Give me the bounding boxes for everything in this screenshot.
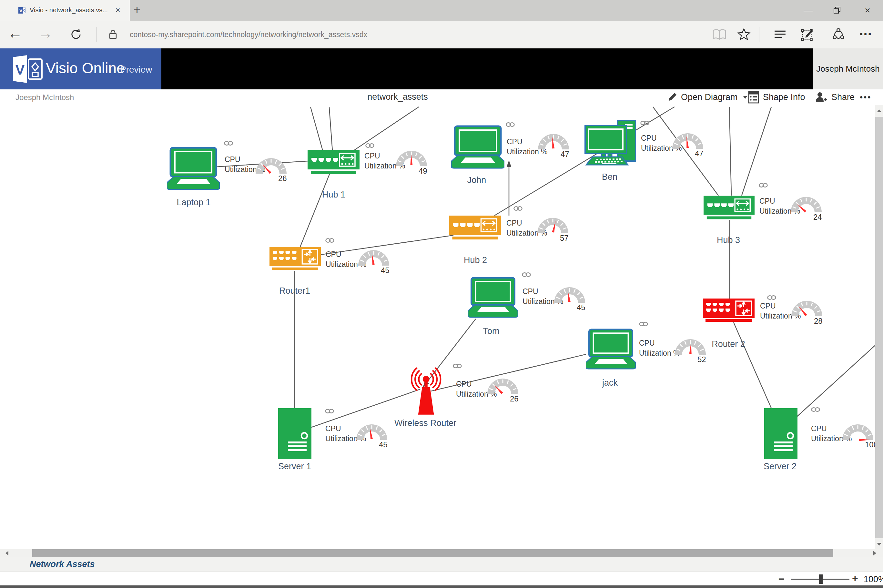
zoom-out-button[interactable]: − — [778, 573, 784, 585]
hyperlink-icon[interactable] — [506, 122, 515, 129]
cpu-gauge-server-2[interactable] — [842, 423, 874, 443]
page-tab-network-assets[interactable]: Network Assets — [30, 559, 95, 569]
hyperlink-icon[interactable] — [811, 407, 820, 413]
share-icon[interactable] — [832, 28, 845, 42]
browser-address-bar: ← → contoso-my.sharepoint.com/technology… — [0, 21, 883, 48]
node-label-router-1: Router1 — [253, 286, 337, 296]
node-label-hub-3: Hub 3 — [687, 235, 771, 245]
cpu-gauge-value: 45 — [379, 440, 402, 449]
hyperlink-icon[interactable] — [759, 183, 768, 189]
hyperlink-icon[interactable] — [325, 409, 334, 415]
cpu-gauge-router-1[interactable] — [358, 249, 390, 268]
document-toolbar: Joesph McIntosh network_assets Open Diag… — [0, 89, 883, 105]
horizontal-scrollbar-thumb[interactable] — [32, 549, 833, 557]
open-diagram-button[interactable]: Open Diagram — [667, 89, 747, 105]
hyperlink-icon[interactable] — [224, 141, 233, 147]
cpu-gauge-value: 47 — [561, 150, 583, 159]
forward-icon: → — [38, 24, 53, 42]
node-hub-1[interactable] — [307, 150, 360, 175]
url-text[interactable]: contoso-my.sharepoint.com/technology/net… — [130, 30, 367, 39]
add-person-icon — [815, 91, 828, 104]
scroll-down-icon[interactable] — [877, 543, 882, 548]
node-label-tom: Tom — [449, 326, 533, 336]
reading-view-icon — [712, 28, 727, 42]
favorites-star-icon[interactable] — [737, 28, 751, 43]
node-label-john: John — [435, 175, 519, 185]
node-tom[interactable] — [468, 276, 518, 320]
hyperlink-icon[interactable] — [453, 363, 462, 370]
vertical-scrollbar-thumb[interactable] — [875, 117, 883, 538]
share-button[interactable]: Share — [815, 89, 855, 105]
cpu-gauge-value: 100 — [865, 440, 875, 449]
window-close-button[interactable]: × — [857, 0, 878, 21]
zoom-in-button[interactable]: + — [852, 573, 858, 585]
app-title: Visio Online — [46, 59, 125, 77]
browser-tab-bar: V Visio - network_assets.vs... × + — × — [0, 0, 883, 21]
hyperlink-icon[interactable] — [640, 120, 649, 127]
node-hub-2[interactable] — [448, 216, 502, 241]
node-label-server-2: Server 2 — [738, 462, 822, 471]
refresh-icon[interactable] — [70, 28, 82, 42]
tab-close-icon[interactable]: × — [112, 5, 123, 15]
node-label-hub-1: Hub 1 — [292, 190, 376, 200]
scroll-right-icon[interactable] — [873, 551, 879, 555]
zoom-slider-thumb[interactable] — [819, 574, 823, 584]
hyperlink-icon[interactable] — [325, 238, 334, 244]
node-label-wireless-router: Wireless Router — [384, 418, 467, 428]
browser-tab[interactable]: V Visio - network_assets.vs... × — [0, 0, 130, 21]
shape-info-button[interactable]: Shape Info — [748, 89, 805, 105]
cpu-gauge-hub-3[interactable] — [790, 195, 822, 215]
cpu-gauge-wireless-router[interactable] — [487, 377, 519, 397]
hyperlink-icon[interactable] — [513, 206, 523, 212]
chevron-down-icon — [743, 96, 747, 99]
svg-text:V: V — [19, 8, 22, 13]
node-hub-3[interactable] — [703, 195, 754, 221]
visio-logo[interactable]: V Visio Online Preview — [0, 48, 161, 89]
node-router-2[interactable] — [703, 298, 754, 324]
node-label-ben: Ben — [568, 172, 652, 182]
node-router-1[interactable] — [270, 247, 321, 272]
window-minimize-button[interactable]: — — [798, 0, 819, 21]
cpu-gauge-tom[interactable] — [553, 286, 586, 306]
scroll-left-icon[interactable] — [3, 551, 8, 555]
back-icon[interactable]: ← — [8, 24, 22, 42]
shape-info-icon — [748, 91, 759, 104]
hyperlink-icon[interactable] — [639, 321, 648, 328]
settings-more-icon[interactable]: ••• — [860, 29, 873, 39]
cpu-gauge-laptop-1[interactable] — [255, 156, 287, 177]
cpu-gauge-hub-1[interactable] — [395, 149, 427, 169]
pencil-icon — [667, 92, 677, 102]
toolbar-more-icon[interactable]: ••• — [860, 92, 871, 102]
visio-logo-icon: V — [8, 54, 45, 84]
diagram-canvas[interactable]: Laptop 1CPUUtilization % 26 Hub 1CPUUtil… — [0, 105, 875, 549]
cpu-gauge-value: 52 — [697, 355, 720, 364]
cpu-gauge-ben[interactable] — [672, 132, 704, 152]
web-note-icon[interactable] — [801, 28, 814, 42]
author-name: Joesph McIntosh — [15, 93, 74, 102]
node-laptop-1[interactable] — [167, 147, 220, 191]
node-server-2[interactable] — [764, 408, 798, 460]
node-label-laptop-1: Laptop 1 — [152, 198, 235, 207]
node-wireless-router[interactable] — [408, 364, 445, 416]
cpu-gauge-value: 49 — [418, 166, 441, 176]
hyperlink-icon[interactable] — [767, 295, 776, 302]
hyperlink-icon[interactable] — [365, 143, 374, 149]
cpu-gauge-router-2[interactable] — [791, 299, 823, 319]
node-ben[interactable] — [584, 120, 636, 167]
window-restore-icon[interactable] — [827, 0, 847, 21]
hyperlink-icon[interactable] — [522, 272, 531, 279]
node-label-hub-2: Hub 2 — [433, 255, 517, 265]
signed-in-user[interactable]: Joseph McIntosh — [813, 48, 883, 89]
node-john[interactable] — [451, 125, 504, 170]
tab-title: Visio - network_assets.vs... — [30, 6, 108, 14]
new-tab-button[interactable]: + — [133, 3, 140, 17]
node-jack[interactable] — [586, 328, 636, 372]
hub-icon[interactable] — [774, 30, 786, 40]
node-server-1[interactable] — [278, 408, 312, 460]
cpu-gauge-server-1[interactable] — [356, 423, 388, 443]
cpu-gauge-hub-2[interactable] — [537, 216, 569, 236]
scroll-up-icon[interactable] — [877, 107, 882, 112]
app-title-suffix: Preview — [120, 64, 152, 75]
cpu-gauge-jack[interactable] — [674, 338, 706, 358]
cpu-gauge-john[interactable] — [537, 132, 570, 152]
